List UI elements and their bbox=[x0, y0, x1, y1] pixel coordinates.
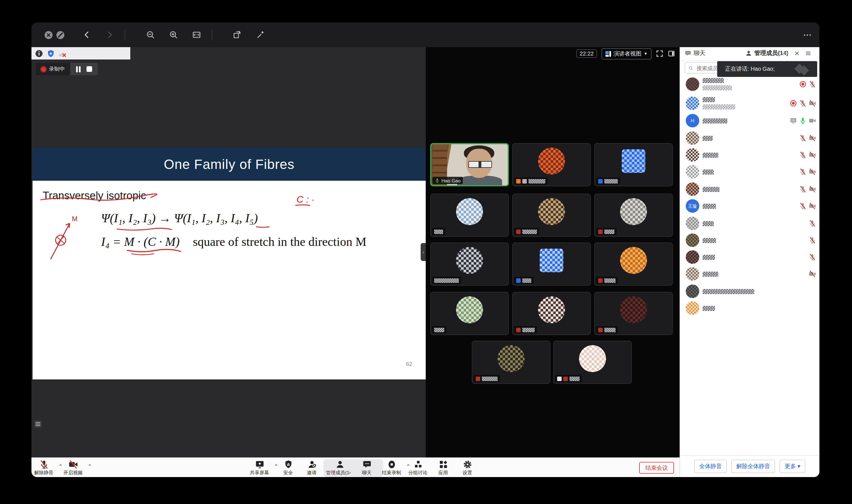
fullscreen-icon[interactable] bbox=[656, 50, 663, 57]
collapse-panel-handle[interactable]: › bbox=[421, 243, 426, 261]
participant-row[interactable] bbox=[680, 249, 819, 265]
tab-label: 聊天 bbox=[694, 49, 706, 57]
participant-row[interactable]: 王璇 bbox=[680, 198, 819, 214]
participant-row[interactable] bbox=[680, 130, 819, 146]
annotation-toolbar-toggle[interactable] bbox=[34, 420, 42, 428]
participant-row[interactable] bbox=[680, 181, 819, 197]
unmute-all-button[interactable]: 解除全体静音 bbox=[731, 460, 775, 473]
video-tile[interactable] bbox=[512, 242, 591, 286]
invite-icon bbox=[307, 460, 316, 469]
members-icon bbox=[335, 460, 345, 469]
more-menu-button[interactable] bbox=[802, 30, 812, 40]
tile-name-badge-redacted bbox=[514, 277, 534, 284]
participant-row[interactable] bbox=[680, 147, 819, 163]
wand-button[interactable] bbox=[256, 30, 266, 40]
tile-name-badge-redacted bbox=[596, 177, 620, 185]
video-tile[interactable] bbox=[512, 143, 591, 186]
circle-x-button[interactable] bbox=[43, 30, 53, 40]
more-button[interactable]: 更多 ▾ bbox=[780, 460, 805, 473]
shield-icon bbox=[283, 460, 293, 469]
meeting-info-strip bbox=[32, 47, 130, 59]
badge-chip-icon bbox=[598, 229, 603, 234]
participant-row[interactable] bbox=[680, 76, 819, 92]
toolbar-item-label: 共享屏幕 bbox=[250, 470, 269, 476]
mute-all-button[interactable]: 全体静音 bbox=[694, 460, 727, 473]
mic-off-icon bbox=[809, 80, 816, 88]
share-screen-button[interactable]: 共享屏幕 bbox=[243, 459, 276, 477]
participant-status-icons bbox=[790, 117, 816, 124]
participant-row[interactable] bbox=[680, 266, 819, 282]
rotate-button[interactable] bbox=[232, 30, 242, 40]
avatar-redacted bbox=[686, 182, 699, 196]
redacted-name bbox=[434, 327, 444, 332]
participant-row[interactable] bbox=[680, 95, 819, 111]
search-icon bbox=[689, 66, 693, 70]
view-mode-dropdown[interactable]: 演讲者视图 ▼ bbox=[602, 48, 651, 59]
zoom-in-button[interactable] bbox=[169, 30, 179, 40]
recording-indicator: 录制中 bbox=[36, 63, 98, 75]
mic-off-icon bbox=[799, 168, 806, 175]
cam-on-icon bbox=[809, 117, 816, 124]
tile-name-badge-redacted bbox=[473, 375, 500, 382]
info-icon[interactable] bbox=[35, 49, 43, 57]
participant-name-redacted bbox=[702, 169, 714, 174]
chevron-up-icon[interactable]: ⌃ bbox=[88, 464, 92, 469]
participant-row[interactable] bbox=[680, 284, 819, 299]
tab-members[interactable]: 管理成员(14) bbox=[745, 49, 788, 57]
participant-row[interactable] bbox=[680, 232, 819, 248]
circle-slash-button[interactable] bbox=[55, 30, 65, 40]
unmute-button[interactable]: 解除静音 bbox=[32, 459, 60, 477]
video-tile[interactable] bbox=[472, 341, 551, 384]
participant-name-redacted bbox=[702, 97, 715, 102]
video-tile[interactable] bbox=[430, 194, 509, 237]
back-button[interactable] bbox=[82, 30, 92, 40]
avatar-redacted bbox=[686, 77, 699, 91]
pause-recording-button[interactable] bbox=[75, 66, 81, 72]
toolbar-divider bbox=[212, 29, 212, 40]
sidebar-toggle-icon[interactable] bbox=[668, 50, 675, 57]
close-icon[interactable] bbox=[794, 50, 800, 57]
video-tile[interactable] bbox=[430, 242, 509, 286]
hamburger-icon[interactable] bbox=[805, 50, 812, 57]
video-tile[interactable] bbox=[594, 194, 673, 237]
participant-status-icons bbox=[799, 168, 816, 175]
video-tile[interactable] bbox=[594, 242, 673, 286]
tile-name-badge-redacted bbox=[514, 228, 539, 235]
tile-name-badge-redacted bbox=[432, 228, 446, 235]
participant-avatar bbox=[456, 296, 483, 323]
participant-row[interactable] bbox=[680, 164, 819, 180]
participant-row[interactable] bbox=[680, 300, 819, 316]
participant-name-redacted bbox=[702, 254, 715, 259]
video-tile[interactable] bbox=[553, 341, 632, 384]
shield-plus-icon[interactable] bbox=[47, 49, 55, 57]
video-tile-hao-gao[interactable]: Hao Gao bbox=[430, 143, 509, 186]
meeting-timer: 22:22 bbox=[576, 49, 597, 58]
aspect-button[interactable] bbox=[192, 30, 202, 40]
mic-off-icon bbox=[799, 134, 806, 142]
participant-status-icons bbox=[809, 237, 816, 244]
zoom-out-button[interactable] bbox=[145, 30, 156, 40]
end-meeting-button[interactable]: 结束会议 bbox=[639, 462, 674, 474]
video-tile[interactable] bbox=[594, 292, 673, 335]
video-tile[interactable] bbox=[594, 143, 673, 186]
more-dots-icon[interactable] bbox=[782, 50, 789, 57]
participant-row[interactable] bbox=[680, 216, 819, 231]
forward-button[interactable] bbox=[104, 30, 115, 40]
toolbar-divider bbox=[125, 29, 125, 40]
tab-chat[interactable]: 聊天 bbox=[685, 49, 706, 57]
panel-footer: 全体静音解除全体静音更多 ▾ bbox=[680, 455, 819, 477]
participant-avatar bbox=[538, 198, 565, 225]
video-tile[interactable] bbox=[512, 292, 591, 335]
cam-off-icon bbox=[809, 185, 816, 193]
invite-button[interactable]: 邀请 bbox=[295, 459, 328, 477]
chat-icon bbox=[362, 460, 371, 469]
network-error-icon[interactable] bbox=[58, 49, 67, 57]
redacted-name bbox=[522, 229, 537, 234]
start-video-button[interactable]: 开启视频 bbox=[57, 459, 89, 477]
participant-row[interactable]: H bbox=[680, 113, 819, 128]
video-tile[interactable] bbox=[430, 292, 509, 335]
video-tile[interactable] bbox=[512, 194, 591, 237]
settings-button[interactable]: 设置 bbox=[451, 459, 484, 477]
stop-recording-button[interactable] bbox=[86, 66, 92, 72]
apps-icon bbox=[438, 460, 448, 469]
